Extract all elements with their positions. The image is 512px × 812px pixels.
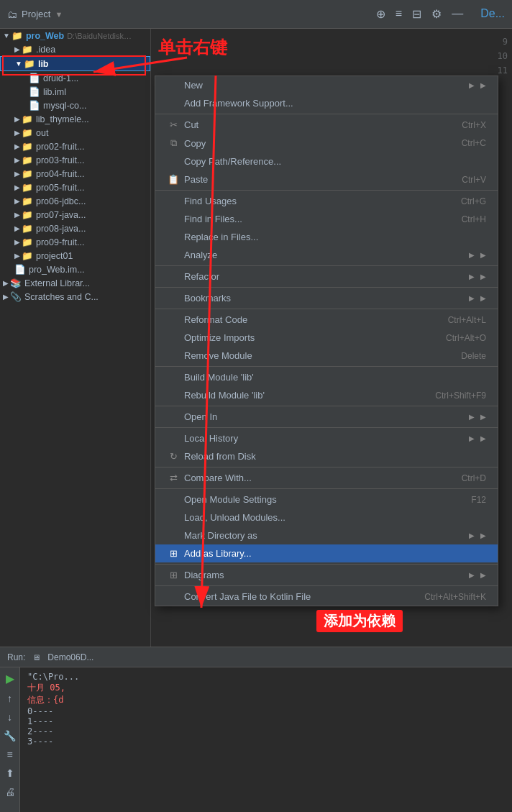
run-panel-content: ▶ ↑ ↓ 🔧 ≡ ⬆ 🖨 "C:\Pro... 十月 05, 信息：{d 0-… (0, 667, 512, 812)
shortcut-find-files: Ctrl+H (462, 214, 486, 224)
tree-root[interactable]: ▼ 📁 pro_Web D:\BaiduNetdiskDownload\pro_… (0, 29, 150, 42)
tree-item-druid[interactable]: 📄 druid-1... (0, 71, 150, 85)
ctx-item-local-history[interactable]: Local History ▶ (155, 429, 498, 447)
tree-item-pro07[interactable]: ▶ 📁 pro07-java... (0, 208, 150, 222)
ctx-sep-5 (155, 309, 498, 309)
upload-icon[interactable]: ⬆ (6, 767, 14, 779)
ctx-item-find-usages[interactable]: Find Usages Ctrl+G (155, 192, 498, 210)
tree-item-proweb-iml[interactable]: 📄 pro_Web.im... (0, 263, 150, 276)
ctx-item-optimize[interactable]: Optimize Imports Ctrl+Alt+O (155, 329, 498, 347)
ctx-item-open-in[interactable]: Open In ▶ (155, 408, 498, 426)
sub-arrow-bookmarks: ▶ (469, 294, 486, 302)
tree-item-pro09[interactable]: ▶ 📁 pro09-fruit... (0, 235, 150, 249)
tree-item-pro02[interactable]: ▶ 📁 pro02-fruit... (0, 140, 150, 153)
tree-item-pro08[interactable]: ▶ 📁 pro08-java... (0, 222, 150, 235)
list-icon[interactable]: ≡ (396, 7, 402, 21)
run-panel: Run: 🖥 Demo06D... ▶ ↑ ↓ 🔧 ≡ ⬆ 🖨 "C:\Pro.… (0, 647, 512, 812)
ctx-label-compare: Compare With... (184, 473, 462, 483)
tree-item-idea[interactable]: ▶ 📁 .idea (0, 42, 150, 56)
ctx-label-remove-module: Remove Module (184, 350, 461, 361)
ctx-item-reload[interactable]: ↻ Reload from Disk (155, 447, 498, 465)
ctx-sep-9 (155, 467, 498, 467)
tree-item-pro05[interactable]: ▶ 📁 pro05-fruit... (0, 181, 150, 194)
ctx-label-reformat: Reformat Code (184, 314, 448, 325)
ctx-item-add-framework[interactable]: Add Framework Support... (155, 94, 498, 112)
shortcut-rebuild-module: Ctrl+Shift+F9 (435, 391, 486, 401)
download-icon[interactable]: 🖨 (5, 786, 15, 798)
ctx-item-paste[interactable]: 📋 Paste Ctrl+V (155, 170, 498, 188)
tree-item-project01[interactable]: ▶ 📁 project01 (0, 249, 150, 263)
paste-icon: 📋 (167, 174, 180, 185)
settings-icon[interactable]: ⚙ (431, 7, 442, 21)
sub-arrow-local-history: ▶ (469, 434, 486, 442)
ctx-item-find-files[interactable]: Find in Files... Ctrl+H (155, 210, 498, 228)
ctx-label-copy: Copy (184, 138, 462, 149)
minus-square-icon[interactable]: ⊟ (412, 7, 421, 21)
ctx-sep-11 (155, 564, 498, 565)
ctx-item-remove-module[interactable]: Remove Module Delete (155, 347, 498, 365)
ctx-item-copy[interactable]: ⧉ Copy Ctrl+C (155, 134, 498, 152)
ctx-label-bookmarks: Bookmarks (184, 293, 469, 304)
shortcut-optimize: Ctrl+Alt+O (446, 333, 486, 343)
tree-item-out[interactable]: ▶ 📁 out (0, 126, 150, 140)
add-library-icon: ⊞ (167, 548, 180, 559)
ctx-label-optimize: Optimize Imports (184, 332, 446, 343)
compare-icon: ⇄ (167, 473, 180, 483)
tree-item-ext-libs[interactable]: ▶ 📚 External Librar... (0, 276, 150, 290)
ctx-item-mark-dir[interactable]: Mark Directory as ▶ (155, 526, 498, 544)
line-number-9: 9 (490, 35, 508, 49)
ctx-item-diagrams[interactable]: ⊞ Diagrams ▶ (155, 566, 498, 584)
ctx-item-module-settings[interactable]: Open Module Settings F12 (155, 491, 498, 508)
ctx-item-add-library[interactable]: ⊞ Add as Library... (155, 544, 498, 562)
ctx-item-analyze[interactable]: Analyze ▶ (155, 246, 498, 264)
tree-item-lib[interactable]: ▼ 📁 lib (0, 56, 150, 71)
tree-item-scratches[interactable]: ▶ 📎 Scratches and C... (0, 290, 150, 304)
align-icon[interactable]: ≡ (6, 749, 12, 760)
tree-item-pro03[interactable]: ▶ 📁 pro03-fruit... (0, 153, 150, 167)
stop-down-button[interactable]: ↓ (7, 711, 12, 723)
sub-arrow-analyze: ▶ (469, 251, 486, 259)
ctx-item-bookmarks[interactable]: Bookmarks ▶ (155, 289, 498, 307)
ctx-label-new: New (184, 80, 469, 91)
shortcut-paste: Ctrl+V (462, 175, 486, 185)
tree-item-pro06[interactable]: ▶ 📁 pro06-jdbc... (0, 194, 150, 208)
ctx-label-open-in: Open In (184, 411, 469, 422)
tree-item-libthymele[interactable]: ▶ 📁 lib_thymele... (0, 112, 150, 126)
ctx-sep-4 (155, 287, 498, 288)
run-line-2: 十月 05, (27, 682, 505, 694)
scratches-label: Scratches and C... (24, 292, 99, 302)
ctx-item-replace-files[interactable]: Replace in Files... (155, 228, 498, 246)
context-menu: New ▶ Add Framework Support... ✂ Cut Ctr… (155, 76, 498, 606)
shortcut-convert-kotlin: Ctrl+Alt+Shift+K (424, 592, 486, 602)
tree-item-mysql[interactable]: 📄 mysql-co... (0, 99, 150, 112)
wrench-icon[interactable]: 🔧 (4, 730, 16, 742)
shortcut-find-usages: Ctrl+G (461, 196, 486, 206)
play-button[interactable]: ▶ (6, 672, 14, 685)
dropdown-arrow[interactable]: ▼ (55, 10, 63, 19)
ctx-item-cut[interactable]: ✂ Cut Ctrl+X (155, 116, 498, 134)
ctx-item-rebuild-module[interactable]: Rebuild Module 'lib' Ctrl+Shift+F9 (155, 386, 498, 404)
ctx-item-copy-path[interactable]: Copy Path/Reference... (155, 152, 498, 170)
ctx-label-mark-dir: Mark Directory as (184, 530, 469, 541)
shortcut-remove-module: Delete (461, 351, 486, 361)
run-line-7: 3---- (27, 736, 505, 747)
ctx-item-reformat[interactable]: Reformat Code Ctrl+Alt+L (155, 311, 498, 329)
ctx-item-convert-kotlin[interactable]: Convert Java File to Kotlin File Ctrl+Al… (155, 588, 498, 606)
minimize-icon[interactable]: — (452, 7, 463, 21)
ctx-item-refactor[interactable]: Refactor ▶ (155, 268, 498, 286)
rerun-up-button[interactable]: ↑ (7, 693, 12, 704)
sub-arrow-diagrams: ▶ (469, 571, 486, 579)
tree-item-pro04[interactable]: ▶ 📁 pro04-fruit... (0, 167, 150, 181)
tree-item-libiml[interactable]: 📄 lib.iml (0, 85, 150, 99)
ctx-item-new[interactable]: New ▶ (155, 76, 498, 94)
globe-icon[interactable]: ⊕ (376, 7, 385, 21)
sub-arrow-mark-dir: ▶ (469, 532, 486, 539)
ctx-item-build-module[interactable]: Build Module 'lib' (155, 368, 498, 386)
ctx-item-compare[interactable]: ⇄ Compare With... Ctrl+D (155, 469, 498, 487)
ide-header: 🗂 Project ▼ ⊕ ≡ ⊟ ⚙ — De... (0, 0, 512, 29)
run-line-3: 信息：{d (27, 694, 505, 706)
sub-arrow-refactor: ▶ (469, 273, 486, 280)
ctx-item-load-unload[interactable]: Load, Unload Modules... (155, 508, 498, 526)
copy-icon: ⧉ (167, 137, 180, 149)
ctx-label-find-files: Find in Files... (184, 214, 462, 224)
